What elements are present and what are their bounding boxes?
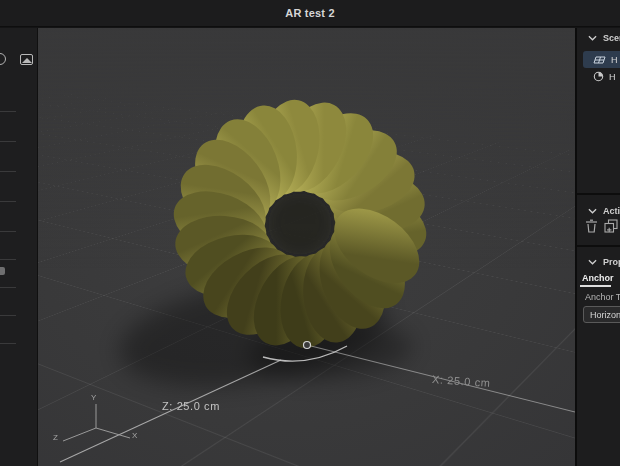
viewport-3d[interactable]: Z: 25.0 cm X: 25.0 cm Y X Z xyxy=(38,28,575,466)
right-panel: Scene H H Actions xyxy=(575,28,620,466)
delete-button[interactable] xyxy=(585,219,599,233)
divider xyxy=(0,287,16,288)
axis-gizmo-lines xyxy=(38,383,158,458)
axis-z-label: Z xyxy=(53,433,58,442)
axis-x-label: X xyxy=(132,431,137,440)
divider xyxy=(0,141,16,142)
actions-section-header[interactable]: Actions xyxy=(577,204,620,218)
divider xyxy=(0,259,16,260)
divider xyxy=(0,171,16,172)
ring-icon[interactable] xyxy=(0,53,6,65)
axis-gizmo: Y X Z xyxy=(38,383,158,458)
divider xyxy=(0,315,16,316)
panel-divider xyxy=(575,193,620,195)
image-icon[interactable] xyxy=(20,54,33,65)
z-measurement-label: Z: 25.0 cm xyxy=(162,400,220,412)
divider xyxy=(0,111,16,112)
tab-anchor[interactable]: Anchor xyxy=(582,273,614,283)
divider xyxy=(0,343,16,344)
divider xyxy=(0,201,16,202)
surface-icon xyxy=(593,55,606,65)
document-title: AR test 2 xyxy=(285,7,334,19)
scene-item-object[interactable]: H xyxy=(583,68,620,85)
properties-section-header[interactable]: Properties xyxy=(577,255,620,269)
duplicate-icon xyxy=(604,219,618,233)
scene-item-anchor[interactable]: H xyxy=(583,51,620,68)
chevron-down-icon xyxy=(588,208,597,214)
tab-anchor-underline xyxy=(580,285,611,287)
trash-icon xyxy=(585,219,598,233)
duplicate-button[interactable] xyxy=(604,219,618,233)
anchor-type-dropdown[interactable]: Horizontal xyxy=(583,306,620,323)
scene-section-header[interactable]: Scene xyxy=(577,31,620,45)
panel-divider xyxy=(575,245,620,247)
chevron-down-icon xyxy=(588,259,597,265)
divider xyxy=(0,231,16,232)
title-bar: AR test 2 xyxy=(0,0,620,27)
chevron-down-icon xyxy=(588,35,597,41)
anchor-type-value: Horizontal xyxy=(590,310,620,320)
sphere-icon xyxy=(593,71,604,82)
anchor-type-label: Anchor Type xyxy=(585,292,620,302)
clipped-list-icon xyxy=(0,267,5,275)
left-panel xyxy=(0,28,38,466)
axis-y-label: Y xyxy=(91,393,96,402)
